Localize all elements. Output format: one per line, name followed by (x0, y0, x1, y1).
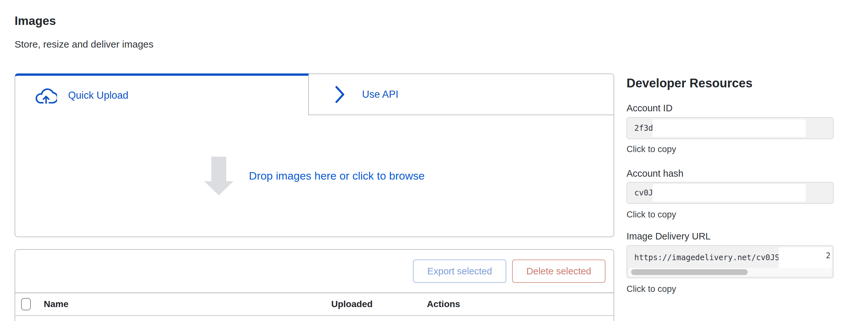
tab-use-api[interactable]: Use API (309, 73, 614, 115)
horizontal-scrollbar-track[interactable] (628, 268, 832, 276)
account-id-label: Account ID (626, 103, 673, 114)
image-dropzone[interactable]: Drop images here or click to browse (14, 115, 614, 237)
account-id-redaction (652, 119, 806, 137)
table-toolbar: Export selected Delete selected (15, 250, 614, 292)
image-delivery-url-field[interactable]: https://imagedelivery.net/cv0JSj 2 (626, 245, 834, 278)
page-subtitle: Store, resize and deliver images (14, 39, 154, 50)
tab-use-api-label: Use API (362, 89, 398, 100)
column-header-uploaded[interactable]: Uploaded (331, 299, 427, 309)
image-delivery-url-redaction: 2 (779, 247, 832, 269)
cloud-upload-icon (35, 87, 57, 104)
images-table-card: Export selected Delete selected Name Upl… (14, 249, 614, 321)
upload-panel: Quick Upload Use API Drop images here or… (14, 73, 614, 237)
developer-resources-title: Developer Resources (626, 76, 753, 90)
export-selected-button[interactable]: Export selected (413, 259, 506, 283)
image-delivery-url-value: https://imagedelivery.net/cv0JSj (634, 246, 784, 269)
account-hash-redaction (652, 184, 806, 202)
down-arrow-icon (204, 156, 234, 195)
account-hash-label: Account hash (626, 168, 684, 179)
image-delivery-url-partial-char: 2 (826, 251, 830, 264)
column-header-actions: Actions (427, 299, 614, 309)
tab-quick-upload-label: Quick Upload (68, 90, 128, 101)
account-hash-field[interactable]: cv0J (626, 182, 834, 204)
account-hash-copy-hint: Click to copy (626, 210, 676, 220)
delete-selected-button[interactable]: Delete selected (512, 259, 606, 283)
page-title: Images (14, 14, 56, 28)
column-header-name[interactable]: Name (44, 299, 331, 309)
table-header-row: Name Uploaded Actions (15, 292, 614, 316)
chevron-right-icon (335, 86, 345, 103)
tab-quick-upload[interactable]: Quick Upload (14, 73, 309, 115)
account-id-field[interactable]: 2f3d (626, 117, 834, 139)
horizontal-scrollbar-thumb[interactable] (631, 269, 748, 275)
account-id-value: 2f3d (634, 118, 653, 139)
account-id-copy-hint: Click to copy (626, 144, 676, 154)
image-delivery-url-copy-hint: Click to copy (626, 284, 676, 294)
select-all-checkbox[interactable] (21, 298, 31, 310)
account-hash-value: cv0J (634, 182, 653, 203)
image-delivery-url-label: Image Delivery URL (626, 231, 711, 242)
dropzone-label[interactable]: Drop images here or click to browse (249, 170, 425, 182)
